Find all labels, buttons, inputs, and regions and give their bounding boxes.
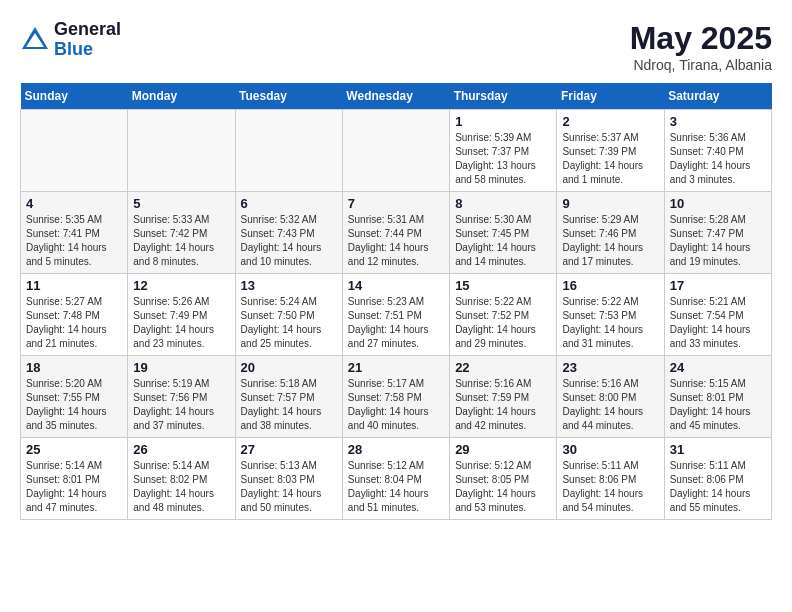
day-number: 12: [133, 278, 229, 293]
day-info: Sunrise: 5:18 AM Sunset: 7:57 PM Dayligh…: [241, 377, 337, 433]
day-info: Sunrise: 5:33 AM Sunset: 7:42 PM Dayligh…: [133, 213, 229, 269]
calendar-cell: 13Sunrise: 5:24 AM Sunset: 7:50 PM Dayli…: [235, 274, 342, 356]
day-number: 10: [670, 196, 766, 211]
weekday-header-friday: Friday: [557, 83, 664, 110]
day-info: Sunrise: 5:26 AM Sunset: 7:49 PM Dayligh…: [133, 295, 229, 351]
day-info: Sunrise: 5:12 AM Sunset: 8:04 PM Dayligh…: [348, 459, 444, 515]
calendar-week-row: 11Sunrise: 5:27 AM Sunset: 7:48 PM Dayli…: [21, 274, 772, 356]
calendar-cell: 31Sunrise: 5:11 AM Sunset: 8:06 PM Dayli…: [664, 438, 771, 520]
calendar-cell: 2Sunrise: 5:37 AM Sunset: 7:39 PM Daylig…: [557, 110, 664, 192]
logo-general-text: General: [54, 20, 121, 40]
day-info: Sunrise: 5:35 AM Sunset: 7:41 PM Dayligh…: [26, 213, 122, 269]
day-number: 5: [133, 196, 229, 211]
calendar-cell: [21, 110, 128, 192]
month-title: May 2025: [630, 20, 772, 57]
calendar-cell: 3Sunrise: 5:36 AM Sunset: 7:40 PM Daylig…: [664, 110, 771, 192]
calendar-cell: 28Sunrise: 5:12 AM Sunset: 8:04 PM Dayli…: [342, 438, 449, 520]
day-number: 13: [241, 278, 337, 293]
day-number: 27: [241, 442, 337, 457]
day-info: Sunrise: 5:22 AM Sunset: 7:52 PM Dayligh…: [455, 295, 551, 351]
calendar-cell: 14Sunrise: 5:23 AM Sunset: 7:51 PM Dayli…: [342, 274, 449, 356]
calendar-cell: 22Sunrise: 5:16 AM Sunset: 7:59 PM Dayli…: [450, 356, 557, 438]
logo-text: General Blue: [54, 20, 121, 60]
day-info: Sunrise: 5:32 AM Sunset: 7:43 PM Dayligh…: [241, 213, 337, 269]
calendar-cell: 5Sunrise: 5:33 AM Sunset: 7:42 PM Daylig…: [128, 192, 235, 274]
day-info: Sunrise: 5:20 AM Sunset: 7:55 PM Dayligh…: [26, 377, 122, 433]
day-info: Sunrise: 5:19 AM Sunset: 7:56 PM Dayligh…: [133, 377, 229, 433]
weekday-header-tuesday: Tuesday: [235, 83, 342, 110]
calendar-cell: 7Sunrise: 5:31 AM Sunset: 7:44 PM Daylig…: [342, 192, 449, 274]
calendar-cell: 8Sunrise: 5:30 AM Sunset: 7:45 PM Daylig…: [450, 192, 557, 274]
day-number: 4: [26, 196, 122, 211]
day-number: 22: [455, 360, 551, 375]
calendar-cell: [235, 110, 342, 192]
day-info: Sunrise: 5:27 AM Sunset: 7:48 PM Dayligh…: [26, 295, 122, 351]
day-info: Sunrise: 5:22 AM Sunset: 7:53 PM Dayligh…: [562, 295, 658, 351]
day-number: 14: [348, 278, 444, 293]
weekday-header-saturday: Saturday: [664, 83, 771, 110]
day-number: 11: [26, 278, 122, 293]
day-info: Sunrise: 5:17 AM Sunset: 7:58 PM Dayligh…: [348, 377, 444, 433]
day-info: Sunrise: 5:21 AM Sunset: 7:54 PM Dayligh…: [670, 295, 766, 351]
day-info: Sunrise: 5:30 AM Sunset: 7:45 PM Dayligh…: [455, 213, 551, 269]
day-info: Sunrise: 5:23 AM Sunset: 7:51 PM Dayligh…: [348, 295, 444, 351]
day-info: Sunrise: 5:13 AM Sunset: 8:03 PM Dayligh…: [241, 459, 337, 515]
day-info: Sunrise: 5:39 AM Sunset: 7:37 PM Dayligh…: [455, 131, 551, 187]
calendar-cell: 16Sunrise: 5:22 AM Sunset: 7:53 PM Dayli…: [557, 274, 664, 356]
calendar-week-row: 18Sunrise: 5:20 AM Sunset: 7:55 PM Dayli…: [21, 356, 772, 438]
logo-blue-text: Blue: [54, 40, 121, 60]
calendar-cell: 24Sunrise: 5:15 AM Sunset: 8:01 PM Dayli…: [664, 356, 771, 438]
day-number: 20: [241, 360, 337, 375]
calendar-cell: 30Sunrise: 5:11 AM Sunset: 8:06 PM Dayli…: [557, 438, 664, 520]
day-number: 15: [455, 278, 551, 293]
day-number: 17: [670, 278, 766, 293]
calendar-cell: 11Sunrise: 5:27 AM Sunset: 7:48 PM Dayli…: [21, 274, 128, 356]
calendar-cell: 6Sunrise: 5:32 AM Sunset: 7:43 PM Daylig…: [235, 192, 342, 274]
calendar-cell: 21Sunrise: 5:17 AM Sunset: 7:58 PM Dayli…: [342, 356, 449, 438]
logo: General Blue: [20, 20, 121, 60]
calendar-cell: 23Sunrise: 5:16 AM Sunset: 8:00 PM Dayli…: [557, 356, 664, 438]
day-info: Sunrise: 5:24 AM Sunset: 7:50 PM Dayligh…: [241, 295, 337, 351]
weekday-header-row: SundayMondayTuesdayWednesdayThursdayFrid…: [21, 83, 772, 110]
calendar-cell: 10Sunrise: 5:28 AM Sunset: 7:47 PM Dayli…: [664, 192, 771, 274]
calendar-cell: 4Sunrise: 5:35 AM Sunset: 7:41 PM Daylig…: [21, 192, 128, 274]
calendar-cell: 17Sunrise: 5:21 AM Sunset: 7:54 PM Dayli…: [664, 274, 771, 356]
day-number: 1: [455, 114, 551, 129]
day-number: 9: [562, 196, 658, 211]
weekday-header-monday: Monday: [128, 83, 235, 110]
day-info: Sunrise: 5:14 AM Sunset: 8:01 PM Dayligh…: [26, 459, 122, 515]
calendar-cell: 25Sunrise: 5:14 AM Sunset: 8:01 PM Dayli…: [21, 438, 128, 520]
day-number: 21: [348, 360, 444, 375]
logo-icon: [20, 25, 50, 55]
day-info: Sunrise: 5:29 AM Sunset: 7:46 PM Dayligh…: [562, 213, 658, 269]
calendar-week-row: 1Sunrise: 5:39 AM Sunset: 7:37 PM Daylig…: [21, 110, 772, 192]
calendar-cell: 1Sunrise: 5:39 AM Sunset: 7:37 PM Daylig…: [450, 110, 557, 192]
day-number: 2: [562, 114, 658, 129]
day-number: 30: [562, 442, 658, 457]
title-block: May 2025 Ndroq, Tirana, Albania: [630, 20, 772, 73]
calendar-cell: 27Sunrise: 5:13 AM Sunset: 8:03 PM Dayli…: [235, 438, 342, 520]
calendar-cell: 19Sunrise: 5:19 AM Sunset: 7:56 PM Dayli…: [128, 356, 235, 438]
day-number: 26: [133, 442, 229, 457]
day-info: Sunrise: 5:36 AM Sunset: 7:40 PM Dayligh…: [670, 131, 766, 187]
day-info: Sunrise: 5:14 AM Sunset: 8:02 PM Dayligh…: [133, 459, 229, 515]
day-info: Sunrise: 5:37 AM Sunset: 7:39 PM Dayligh…: [562, 131, 658, 187]
day-number: 25: [26, 442, 122, 457]
calendar-cell: 18Sunrise: 5:20 AM Sunset: 7:55 PM Dayli…: [21, 356, 128, 438]
day-info: Sunrise: 5:11 AM Sunset: 8:06 PM Dayligh…: [670, 459, 766, 515]
calendar-cell: [342, 110, 449, 192]
day-info: Sunrise: 5:15 AM Sunset: 8:01 PM Dayligh…: [670, 377, 766, 433]
day-info: Sunrise: 5:28 AM Sunset: 7:47 PM Dayligh…: [670, 213, 766, 269]
weekday-header-wednesday: Wednesday: [342, 83, 449, 110]
day-number: 6: [241, 196, 337, 211]
day-number: 8: [455, 196, 551, 211]
location-text: Ndroq, Tirana, Albania: [630, 57, 772, 73]
day-number: 24: [670, 360, 766, 375]
weekday-header-sunday: Sunday: [21, 83, 128, 110]
day-info: Sunrise: 5:11 AM Sunset: 8:06 PM Dayligh…: [562, 459, 658, 515]
calendar-cell: 15Sunrise: 5:22 AM Sunset: 7:52 PM Dayli…: [450, 274, 557, 356]
day-info: Sunrise: 5:12 AM Sunset: 8:05 PM Dayligh…: [455, 459, 551, 515]
day-number: 19: [133, 360, 229, 375]
day-number: 18: [26, 360, 122, 375]
calendar-cell: [128, 110, 235, 192]
